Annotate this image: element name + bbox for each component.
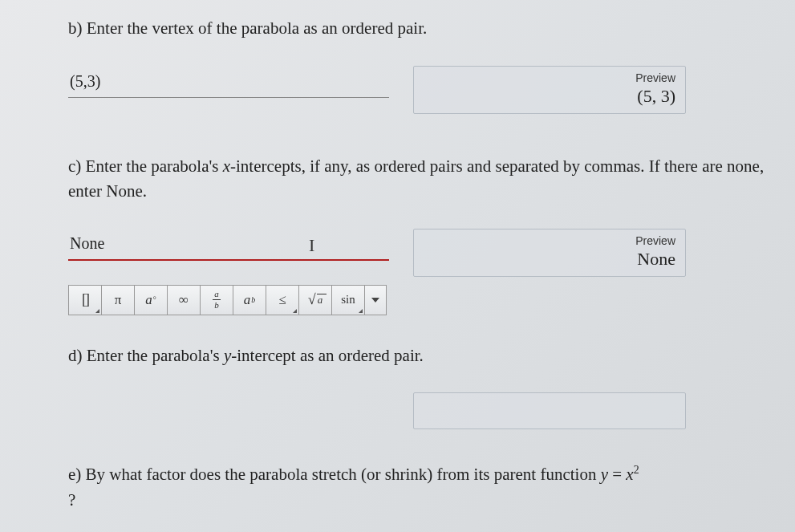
prompt-d-part1: Enter the parabola's xyxy=(87,346,224,365)
prompt-d-var: y xyxy=(224,346,231,365)
pi-button[interactable]: π xyxy=(101,285,135,315)
fn-x: x xyxy=(626,465,633,484)
frac-bot: b xyxy=(214,301,219,310)
fraction-icon: a b xyxy=(213,290,221,310)
pow-sup: b xyxy=(251,295,255,304)
sqrt-a: a xyxy=(318,294,323,307)
prompt-d: d) Enter the parabola's y-intercept as a… xyxy=(68,343,795,369)
sqrt-icon: √ xyxy=(308,291,316,308)
pow-base: a xyxy=(244,292,251,308)
prompt-b: b) Enter the vertex of the parabola as a… xyxy=(68,16,795,42)
preview-value-b: (5, 3) xyxy=(424,86,675,107)
brackets-icon: [] xyxy=(82,291,88,308)
preview-box-c: Preview None xyxy=(413,229,686,277)
answer-input-b[interactable] xyxy=(68,66,389,98)
leq-icon: ≤ xyxy=(278,292,286,308)
question-b: b) Enter the vertex of the parabola as a… xyxy=(68,16,795,114)
preview-value-c: None xyxy=(424,249,675,270)
question-c: c) Enter the parabola's x-intercepts, if… xyxy=(68,154,795,315)
prompt-b-text: Enter the vertex of the parabola as an o… xyxy=(87,18,427,38)
sin-icon: sin xyxy=(341,293,355,307)
prompt-d-part2: -intercept as an ordered pair. xyxy=(231,346,424,365)
brackets-button[interactable]: [] xyxy=(68,285,102,315)
label-d: d) xyxy=(68,346,83,365)
chevron-down-icon xyxy=(371,298,379,303)
leq-button[interactable]: ≤ xyxy=(266,285,299,315)
prompt-c-part3: . xyxy=(143,181,147,201)
preview-label-c: Preview xyxy=(424,234,675,247)
toolbar-dropdown-button[interactable] xyxy=(364,285,387,315)
input-wrap-b xyxy=(68,66,389,98)
frac-top: a xyxy=(214,290,219,298)
input-row-d xyxy=(68,392,795,429)
deg-base: a xyxy=(145,292,152,308)
deg-sup: ° xyxy=(153,295,156,304)
input-wrap-c: I xyxy=(68,229,389,261)
label-e: e) xyxy=(68,465,81,484)
prompt-e: e) By what factor does the parabola stre… xyxy=(68,461,795,513)
power-button[interactable]: ab xyxy=(233,285,266,315)
prompt-e-part1: By what factor does the parabola stretch… xyxy=(86,465,601,484)
input-row-b: Preview (5, 3) xyxy=(68,66,795,114)
question-e: e) By what factor does the parabola stre… xyxy=(68,461,795,513)
sqrt-button[interactable]: √a xyxy=(298,285,332,315)
text-cursor: I xyxy=(309,235,314,256)
fn-exp: 2 xyxy=(634,464,639,476)
answer-input-c[interactable] xyxy=(68,229,389,261)
fn-y: y xyxy=(601,465,608,484)
preview-box-b: Preview (5, 3) xyxy=(413,66,686,114)
prompt-c-var: x xyxy=(223,156,230,176)
pi-icon: π xyxy=(115,292,122,308)
prompt-e-part2: ? xyxy=(68,490,75,510)
label-b: b) xyxy=(68,18,83,38)
preview-label-b: Preview xyxy=(424,71,675,84)
prompt-c-none: None xyxy=(106,181,143,201)
fn-eq: = xyxy=(608,465,626,484)
math-toolbar: [] π a° ∞ a b ab ≤ √a sin xyxy=(68,285,795,315)
infinity-button[interactable]: ∞ xyxy=(167,285,201,315)
preview-box-d[interactable] xyxy=(413,392,686,429)
label-c: c) xyxy=(68,156,81,176)
input-row-c: I Preview None xyxy=(68,229,795,277)
sin-button[interactable]: sin xyxy=(331,285,365,315)
question-d: d) Enter the parabola's y-intercept as a… xyxy=(68,343,795,430)
infinity-icon: ∞ xyxy=(179,292,189,308)
degree-button[interactable]: a° xyxy=(134,285,168,315)
prompt-c-part1: Enter the parabola's xyxy=(86,156,223,176)
fraction-button[interactable]: a b xyxy=(200,285,233,315)
prompt-c: c) Enter the parabola's x-intercepts, if… xyxy=(68,154,795,205)
